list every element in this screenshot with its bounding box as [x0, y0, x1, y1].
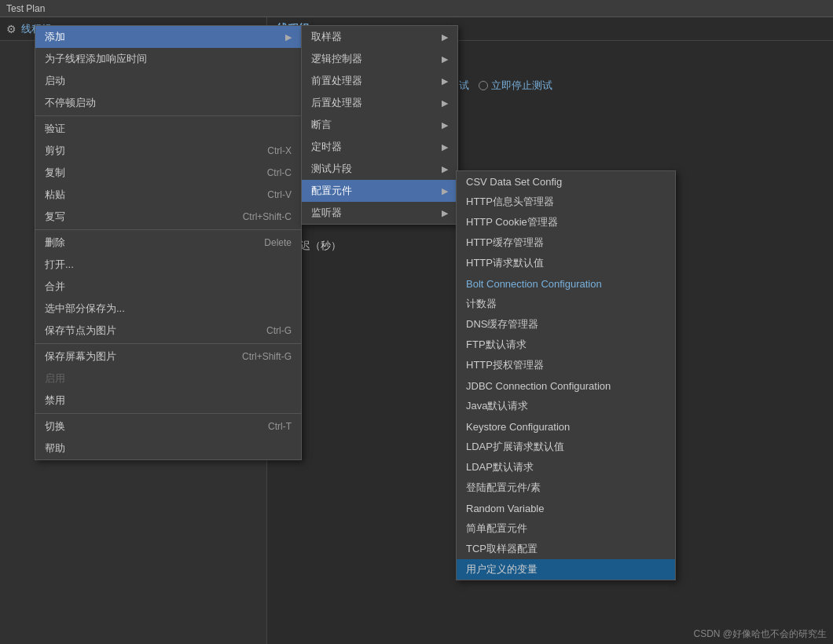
menu3-item-label-9: HTTP授权管理器: [466, 358, 544, 372]
menu2-item-label-4: 断言: [311, 118, 332, 132]
menu2-arrow-3: ▶: [442, 98, 448, 108]
radio-stop-now[interactable]: 立即停止测试: [479, 79, 552, 93]
menu2-item-0[interactable]: 取样器▶: [302, 26, 457, 48]
menu2-item-8[interactable]: 监听器▶: [302, 202, 457, 224]
menu2-item-label-3: 后置处理器: [311, 96, 362, 110]
menu1-item-18[interactable]: 帮助: [35, 437, 301, 459]
menu2-item-label-1: 逻辑控制器: [311, 52, 362, 66]
menu3-item-5[interactable]: Bolt Connection Configuration: [457, 273, 675, 294]
menu1-item-9[interactable]: 删除Delete: [35, 232, 301, 254]
menu1-item-label-14: 保存屏幕为图片: [45, 349, 116, 364]
menu3-item-label-6: 计数器: [466, 297, 497, 311]
menu1-item-16[interactable]: 禁用: [35, 390, 301, 412]
menu3-item-label-4: HTTP请求默认值: [466, 256, 544, 270]
menu3-item-17[interactable]: 简单配置元件: [457, 518, 675, 539]
menu1-separator-9: [35, 229, 301, 230]
menu2-item-label-6: 测试片段: [311, 162, 352, 176]
menu3-item-label-5: Bolt Connection Configuration: [466, 278, 602, 290]
menu3-item-label-11: Java默认请求: [466, 399, 528, 413]
menu3-item-18[interactable]: TCP取样器配置: [457, 539, 675, 559]
menu1-item-11[interactable]: 合并: [35, 276, 301, 298]
menu2-item-6[interactable]: 测试片段▶: [302, 158, 457, 180]
menu1-item-0[interactable]: 添加▶: [35, 26, 301, 48]
menu3-item-1[interactable]: HTTP信息头管理器: [457, 192, 675, 212]
menu3-item-10[interactable]: JDBC Connection Configuration: [457, 375, 675, 396]
menu1-arrow-0: ▶: [285, 32, 292, 42]
menu1-item-13[interactable]: 保存节点为图片Ctrl-G: [35, 320, 301, 342]
menu3-item-7[interactable]: DNS缓存管理器: [457, 314, 675, 335]
menu2-arrow-1: ▶: [442, 54, 448, 64]
menu1-item-7[interactable]: 粘贴Ctrl-V: [35, 184, 301, 206]
menu2-item-label-2: 前置处理器: [311, 74, 362, 88]
menu3-item-14[interactable]: LDAP默认请求: [457, 457, 675, 478]
menu1-shortcut-7: Ctrl-V: [267, 189, 292, 200]
menu3-item-2[interactable]: HTTP Cookie管理器: [457, 212, 675, 232]
menu2-item-label-8: 监听器: [311, 206, 342, 220]
menu3-item-label-7: DNS缓存管理器: [466, 317, 538, 331]
menu2-item-1[interactable]: 逻辑控制器▶: [302, 48, 457, 70]
menu1-item-2[interactable]: 启动: [35, 70, 301, 92]
menu1-shortcut-14: Ctrl+Shift-G: [242, 351, 292, 362]
menu1-shortcut-9: Delete: [264, 237, 292, 248]
menu1-item-6[interactable]: 复制Ctrl-C: [35, 162, 301, 184]
menu3-item-13[interactable]: LDAP扩展请求默认值: [457, 437, 675, 457]
menu3-item-label-15: 登陆配置元件/素: [466, 481, 541, 495]
menu1-shortcut-8: Ctrl+Shift-C: [243, 211, 292, 222]
menu3-item-12[interactable]: Keystore Configuration: [457, 416, 675, 437]
menu1-item-label-15: 启用: [45, 371, 65, 386]
menu1-item-label-4: 验证: [45, 122, 65, 136]
menu3-item-19[interactable]: 用户定义的变量: [457, 559, 675, 580]
menu3-item-6[interactable]: 计数器: [457, 294, 675, 314]
menu1-item-17[interactable]: 切换Ctrl-T: [35, 415, 301, 437]
menu3-item-label-2: HTTP Cookie管理器: [466, 215, 558, 229]
menu1-item-14[interactable]: 保存屏幕为图片Ctrl+Shift-G: [35, 346, 301, 368]
menu1-item-15[interactable]: 启用: [35, 368, 301, 390]
menu1-item-label-13: 保存节点为图片: [45, 324, 116, 338]
menu3-item-label-0: CSV Data Set Config: [466, 176, 562, 188]
menu3-item-16[interactable]: Random Variable: [457, 498, 675, 518]
menu1-item-label-16: 禁用: [45, 393, 65, 408]
menu1-item-label-0: 添加: [45, 30, 65, 44]
menu1-shortcut-17: Ctrl-T: [268, 421, 292, 432]
menu2-item-label-0: 取样器: [311, 30, 342, 44]
menu1-item-label-1: 为子线程添加响应时间: [45, 52, 147, 66]
menu3-item-11[interactable]: Java默认请求: [457, 396, 675, 416]
menu1-item-12[interactable]: 选中部分保存为...: [35, 298, 301, 320]
menu2-item-4[interactable]: 断言▶: [302, 114, 457, 136]
menu1-item-4[interactable]: 验证: [35, 118, 301, 140]
menu3-item-label-17: 简单配置元件: [466, 521, 527, 536]
menu3-item-15[interactable]: 登陆配置元件/素: [457, 478, 675, 498]
menu3-item-label-3: HTTP缓存管理器: [466, 236, 544, 250]
menu1-item-label-7: 粘贴: [45, 188, 65, 202]
menu3-item-label-13: LDAP扩展请求默认值: [466, 440, 564, 454]
menu1-item-label-12: 选中部分保存为...: [45, 302, 125, 316]
menu2-item-2[interactable]: 前置处理器▶: [302, 70, 457, 92]
menu2-item-3[interactable]: 后置处理器▶: [302, 92, 457, 114]
menu3-item-label-10: JDBC Connection Configuration: [466, 380, 611, 392]
menu1-item-label-8: 复写: [45, 210, 65, 224]
menu1-item-label-6: 复制: [45, 166, 65, 180]
menu2-item-label-7: 配置元件: [311, 184, 352, 198]
menu1-item-10[interactable]: 打开...: [35, 254, 301, 276]
menu3-item-label-8: FTP默认请求: [466, 338, 527, 352]
radio-stop-now-circle: [479, 81, 488, 90]
main-area: ⚙ 线程组 线程组 行的动作 一进程循环 停止线程 停止测试: [0, 17, 833, 644]
menu1-item-5[interactable]: 剪切Ctrl-X: [35, 140, 301, 162]
menu2-arrow-5: ▶: [442, 142, 448, 152]
context-menu-1: 添加▶为子线程添加响应时间启动不停顿启动验证剪切Ctrl-X复制Ctrl-C粘贴…: [35, 25, 302, 460]
menu1-item-8[interactable]: 复写Ctrl+Shift-C: [35, 206, 301, 228]
menu3-item-0[interactable]: CSV Data Set Config: [457, 171, 675, 192]
menu3-item-label-14: LDAP默认请求: [466, 460, 534, 474]
menu3-item-8[interactable]: FTP默认请求: [457, 335, 675, 355]
menu1-item-3[interactable]: 不停顿启动: [35, 92, 301, 114]
menu1-item-1[interactable]: 为子线程添加响应时间: [35, 48, 301, 70]
menu2-item-7[interactable]: 配置元件▶: [302, 180, 457, 202]
menu3-item-label-12: Keystore Configuration: [466, 421, 570, 433]
menu3-item-4[interactable]: HTTP请求默认值: [457, 253, 675, 273]
menu1-separator-14: [35, 343, 301, 344]
menu3-item-3[interactable]: HTTP缓存管理器: [457, 232, 675, 253]
context-menu-2: 取样器▶逻辑控制器▶前置处理器▶后置处理器▶断言▶定时器▶测试片段▶配置元件▶监…: [301, 25, 458, 225]
menu3-item-9[interactable]: HTTP授权管理器: [457, 355, 675, 375]
menu2-item-5[interactable]: 定时器▶: [302, 136, 457, 158]
context-menu-3: CSV Data Set ConfigHTTP信息头管理器HTTP Cookie…: [456, 170, 676, 580]
